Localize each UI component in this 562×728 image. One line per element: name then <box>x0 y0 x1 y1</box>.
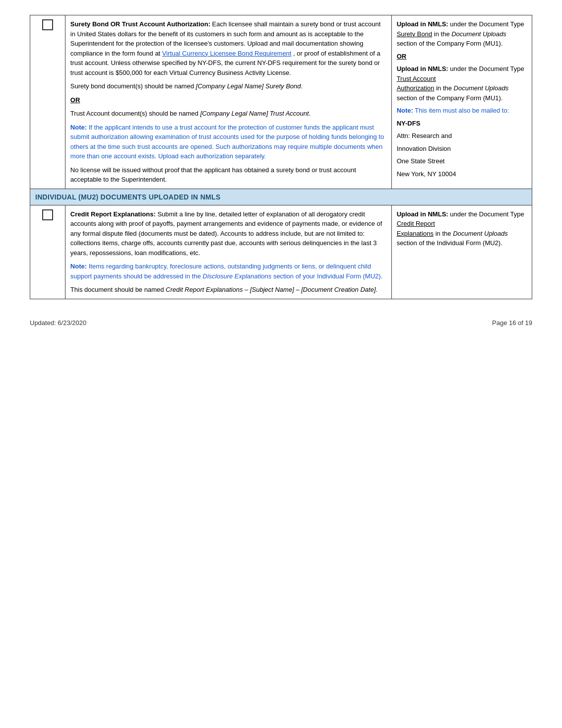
instr-upload-3: Upload in NMLS: under the Document Type … <box>397 209 527 248</box>
main-table: Surety Bond OR Trust Account Authorizati… <box>30 15 532 299</box>
note-text-2b: section of your Individual Form (MU2). <box>273 272 382 280</box>
instr-addr1: Attn: Research and <box>397 131 527 141</box>
individual-section-header-row: INDIVIDUAL (MU2) DOCUMENTS UPLOADED IN N… <box>30 189 532 205</box>
note-text-instr-1: This item must also be mailed to: <box>415 107 509 114</box>
note-text-1: If the applicant intends to use a trust … <box>70 124 384 160</box>
page-container: Surety Bond OR Trust Account Authorizati… <box>30 15 532 327</box>
surety-bond-para1: Surety Bond OR Trust Account Authorizati… <box>70 19 386 77</box>
or-text-1: OR <box>70 96 80 104</box>
footer-updated: Updated: 6/23/2020 <box>30 319 86 327</box>
upload-nmls-text-2: in the <box>434 30 451 38</box>
note-para-1: Note: If the applicant intends to use a … <box>70 123 386 161</box>
disclosure-explanations-link: Disclosure Explanations <box>203 272 272 280</box>
upload-nmls-text-7: under the Document Type <box>450 210 524 218</box>
surety-bond-name: [Company Legal Name] Surety Bond <box>196 82 301 90</box>
surety-bond-para2: Surety bond document(s) should be named … <box>70 81 386 91</box>
upload-nmls-text-6: section of the Company Form (MU1). <box>397 94 503 102</box>
virtual-currency-link[interactable]: Virtual Currency Licensee Bond Requireme… <box>162 50 292 57</box>
upload-nmls-label-2: Upload in NMLS: <box>397 65 448 72</box>
credit-report-note: Note: Items regarding bankruptcy, forecl… <box>70 262 386 281</box>
instr-upload-2: Upload in NMLS: under the Document Type … <box>397 64 527 103</box>
credit-report-para1: Credit Report Explanations: Submit a lin… <box>70 209 386 258</box>
instr-addr2: Innovation Division <box>397 144 527 154</box>
upload-nmls-text-4: under the Document Type <box>450 65 524 72</box>
surety-bond-content: Surety Bond OR Trust Account Authorizati… <box>65 15 391 189</box>
upload-nmls-text-1: under the Document Type <box>450 20 524 28</box>
doc-uploads-label-1: Document Uploads <box>451 30 506 38</box>
instr-upload-1: Upload in NMLS: under the Document Type … <box>397 19 527 49</box>
upload-nmls-label-1: Upload in NMLS: <box>397 20 448 28</box>
credit-report-instructions: Upload in NMLS: under the Document Type … <box>391 205 532 299</box>
instr-addr3: One State Street <box>397 156 527 166</box>
instr-note-1: Note: This item must also be mailed to: <box>397 106 527 116</box>
instr-or-1: OR <box>397 52 527 62</box>
checkbox-2[interactable] <box>42 209 53 220</box>
trust-account-link[interactable]: Trust Account <box>397 75 436 82</box>
checkbox-1[interactable] <box>42 19 53 30</box>
doc-uploads-label-2: Document Uploads <box>454 84 509 92</box>
trust-account-name: [Company Legal Name] Trust Account <box>200 110 309 117</box>
ny-dfs-label: NY-DFS <box>397 120 421 127</box>
checkbox-cell-1[interactable] <box>30 15 65 189</box>
surety-bond-heading: Surety Bond OR Trust Account Authorizati… <box>70 20 210 28</box>
doc-uploads-label-3: Document Uploads <box>453 230 508 237</box>
credit-report-heading: Credit Report Explanations: <box>70 210 156 218</box>
authorization-link[interactable]: Authorization <box>397 84 435 92</box>
upload-nmls-text-9: section of the Individual Form (MU2). <box>397 239 502 247</box>
individual-section-label: INDIVIDUAL (MU2) DOCUMENTS UPLOADED IN N… <box>35 193 221 201</box>
surety-bond-link[interactable]: Surety Bond <box>397 30 433 38</box>
footer-page-num: Page 16 of 19 <box>492 319 532 327</box>
surety-bond-row: Surety Bond OR Trust Account Authorizati… <box>30 15 532 189</box>
credit-report-link1[interactable]: Credit Report <box>397 220 435 227</box>
credit-report-naming: This document should be named Credit Rep… <box>70 285 386 295</box>
checkbox-cell-2[interactable] <box>30 205 65 299</box>
instr-addr4: New York, NY 10004 <box>397 169 527 179</box>
note-label-2: Note: <box>70 263 87 270</box>
individual-section-header: INDIVIDUAL (MU2) DOCUMENTS UPLOADED IN N… <box>30 189 532 205</box>
or-label-1: OR <box>70 95 386 105</box>
or-instr-1: OR <box>397 53 407 60</box>
surety-bond-instructions: Upload in NMLS: under the Document Type … <box>391 15 532 189</box>
note-label-instr-1: Note: <box>397 107 413 114</box>
credit-report-row: Credit Report Explanations: Submit a lin… <box>30 205 532 299</box>
upload-nmls-label-3: Upload in NMLS: <box>397 210 448 218</box>
upload-nmls-text-3: section of the Company Form (MU1). <box>397 40 503 47</box>
credit-report-name: Credit Report Explanations – [Subject Na… <box>166 286 375 293</box>
upload-nmls-text-8: in the <box>436 230 453 237</box>
trust-account-para: Trust Account document(s) should be name… <box>70 109 386 119</box>
upload-nmls-text-5: in the <box>436 84 453 92</box>
page-footer: Updated: 6/23/2020 Page 16 of 19 <box>30 319 532 327</box>
instr-org: NY-DFS <box>397 119 527 129</box>
credit-report-content: Credit Report Explanations: Submit a lin… <box>65 205 391 299</box>
note-label-1: Note: <box>70 124 87 131</box>
no-license-para: No license will be issued without proof … <box>70 165 386 185</box>
credit-report-link2[interactable]: Explanations <box>397 230 434 237</box>
